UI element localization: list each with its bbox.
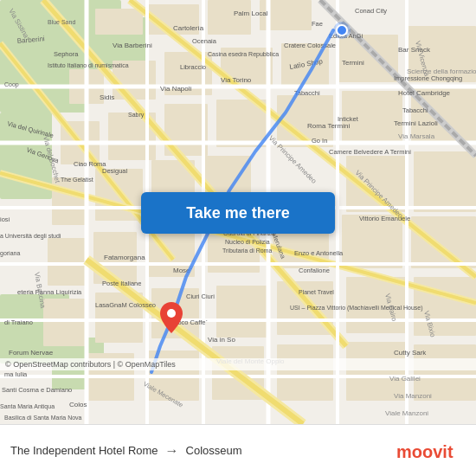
svg-text:Ocenaia: Ocenaia [192,37,217,45]
svg-rect-24 [52,177,87,225]
destination-label: Colosseum [186,444,242,457]
svg-text:Termini Lazioli: Termini Lazioli [394,119,438,127]
svg-text:Via Manzoni: Via Manzoni [394,392,432,400]
svg-text:Coop: Coop [4,81,19,88]
svg-text:Via Marsala: Via Marsala [398,132,435,140]
svg-rect-47 [277,344,333,401]
svg-text:Forum Nervae: Forum Nervae [9,349,54,357]
svg-text:Blue Sand: Blue Sand [48,19,75,25]
svg-text:Bar Snack: Bar Snack [398,46,431,54]
svg-rect-40 [216,286,268,338]
svg-text:Via Torino: Via Torino [221,76,252,84]
svg-text:Colos: Colos [69,401,87,408]
svg-text:Cutty Sark: Cutty Sark [394,349,427,357]
svg-text:Go In: Go In [312,137,327,145]
svg-text:Via Barberini: Via Barberini [113,42,152,49]
svg-text:Via Galilei: Via Galilei [389,375,421,383]
moovit-logo-svg: moovit [396,439,466,463]
svg-text:Planet Travel: Planet Travel [299,289,334,295]
svg-text:goriana: goriana [0,250,20,257]
arrow-icon: → [165,443,179,459]
svg-text:Sephora: Sephora [54,50,79,58]
svg-text:a Università degli studi: a Università degli studi [0,233,61,240]
svg-rect-29 [414,151,476,212]
destination-pin [160,302,183,333]
svg-rect-30 [48,238,87,286]
svg-text:Santi Cosma e Damiano: Santi Cosma e Damiano [2,386,72,394]
svg-text:Desigual: Desigual [102,167,128,175]
svg-text:Viale Manzoni: Viale Manzoni [385,409,428,417]
origin-label: The Independent Hotel Rome [10,444,158,457]
svg-point-155 [167,309,176,318]
svg-text:Sidis: Sidis [100,93,114,101]
svg-text:Via in So: Via in So [208,336,235,344]
svg-text:Istituto Italiano di numismati: Istituto Italiano di numismatica [48,62,129,68]
svg-text:Termini: Termini [342,59,364,67]
svg-text:Libraccio: Libraccio [180,63,206,71]
svg-text:moovit: moovit [396,442,453,461]
svg-text:Casina esedra Repubblica: Casina esedra Repubblica [208,51,279,58]
svg-text:Camere Belvedere A Termini: Camere Belvedere A Termini [329,148,411,156]
svg-text:Sabry: Sabry [128,112,145,119]
svg-text:Palm Local: Palm Local [234,10,268,17]
origin-dot [336,24,348,36]
svg-text:Fae: Fae [312,20,323,28]
svg-text:Poste Italiane: Poste Italiane [102,280,141,287]
svg-rect-35 [342,215,402,268]
svg-text:iosi: iosi [0,215,10,223]
svg-rect-36 [411,216,476,268]
svg-text:Basilica di Santa Maria Nova: Basilica di Santa Maria Nova [4,415,82,421]
svg-text:Enzo e Antonella: Enzo e Antonella [294,249,344,257]
svg-text:Roma Termini: Roma Termini [307,122,350,130]
svg-text:di Traiano: di Traiano [4,318,33,326]
svg-text:Cartolerìa: Cartolerìa [173,24,204,32]
map-container: Barberini Blue Sand Coop Via del Quirina… [0,0,476,424]
svg-text:Confalione: Confalione [299,267,330,274]
svg-rect-8 [208,0,251,35]
svg-text:Santa Maria Antiqua: Santa Maria Antiqua [0,403,55,410]
svg-text:LasaGnaM Colosseo: LasaGnaM Colosseo [95,301,156,309]
svg-rect-6 [95,9,143,35]
svg-text:Conad City: Conad City [355,7,387,15]
svg-text:ma Iulia: ma Iulia [4,370,28,378]
bottom-bar: The Independent Hotel Rome → Colosseum m… [0,424,476,476]
copyright-bar: © OpenStreetMap contributors | © OpenMap… [0,358,476,370]
svg-text:Ciuri Ciuri: Ciuri Ciuri [186,293,215,300]
svg-text:Hotel Cambridge: Hotel Cambridge [398,89,451,97]
svg-text:eteria Panna Liquirizia: eteria Panna Liquirizia [17,288,82,296]
svg-text:Nucleo di Polizia: Nucleo di Polizia [225,239,270,245]
svg-text:Tributaria di Roma: Tributaria di Roma [222,248,272,254]
svg-text:USI – Piazza Vittorio (Machiav: USI – Piazza Vittorio (Machiavelli Medic… [290,305,423,312]
moovit-logo: moovit [396,439,466,463]
svg-rect-37 [43,299,87,346]
svg-text:The Gelatist: The Gelatist [61,177,93,183]
take-me-there-button[interactable]: Take me there [141,192,335,234]
svg-text:Tabacchi: Tabacchi [402,106,428,114]
copyright-text: © OpenStreetMap contributors | © OpenMap… [5,360,176,369]
svg-text:Fatamorgana: Fatamorgana [104,254,145,261]
svg-text:Via Napoli: Via Napoli [160,85,192,93]
svg-text:Inticket: Inticket [338,115,359,123]
